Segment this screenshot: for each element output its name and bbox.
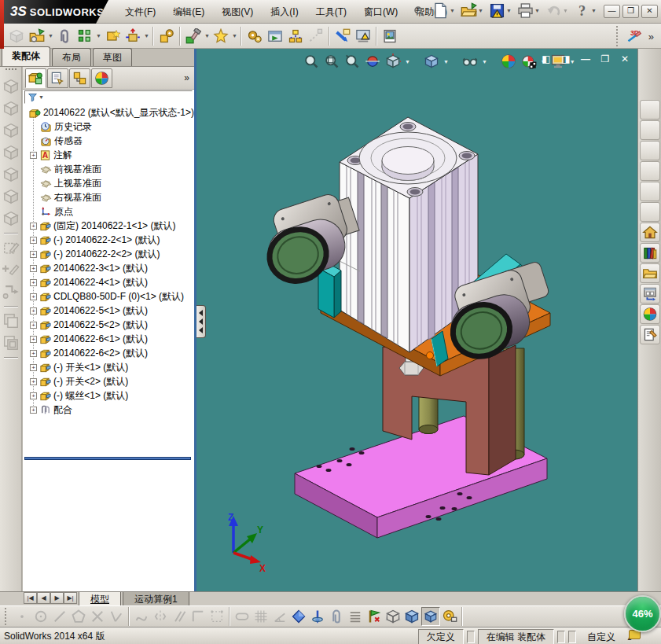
vertex-marker[interactable] [427,352,434,359]
print-icon[interactable] [517,2,534,19]
tree-item[interactable]: 传感器 [23,134,194,148]
dropdown-arrow-icon[interactable]: ▼ [590,2,597,19]
tree-item[interactable]: + (-) 螺丝<1> (默认) [23,388,194,403]
dropdown-arrow-icon[interactable]: ▼ [95,28,102,44]
expand-icon[interactable]: + [30,251,37,258]
tree-item[interactable]: 原点 [23,204,194,219]
dropdown-arrow-icon[interactable]: ▼ [404,59,411,64]
toolbar-drag-handle[interactable] [616,26,621,46]
win-close[interactable]: ✕ [641,5,658,18]
panel-tab[interactable]: 布局 [52,48,91,66]
tree-item[interactable]: + A 注解 [23,148,194,162]
tree-item[interactable]: + (-) 20140622-2<1> (默认) [23,233,194,247]
expand-icon[interactable]: + [30,364,37,371]
doc-window-button[interactable]: ◨ [560,53,572,66]
tree-item[interactable]: + (-) 开关<2> (默认) [23,374,194,388]
dropdown-arrow-icon[interactable]: ▼ [481,59,488,64]
menu-item[interactable]: 工具(T) [307,2,355,22]
home-button[interactable] [640,223,660,242]
expand-icon[interactable]: + [30,279,37,286]
progress-badge[interactable]: 46% [624,595,661,632]
tree-item[interactable]: + 20140622-4<1> (默认) [23,275,194,289]
tree-item[interactable]: + 20140622-3<1> (默认) [23,261,194,275]
doc-window-button[interactable]: ❐ [599,53,611,66]
tree-filter[interactable]: ▼ [24,90,193,104]
toolbar-drag-handle[interactable] [5,608,9,625]
undo-icon[interactable] [545,2,562,19]
tree-item[interactable]: + (-) 20140622-2<2> (默认) [23,247,194,261]
dropdown-arrow-icon[interactable]: ▼ [231,28,238,44]
appearances-button[interactable] [640,304,660,324]
viewport-3d-model[interactable]: Z Y X [196,49,637,591]
menu-item[interactable]: 视图(V) [213,2,262,22]
tree-item[interactable]: 历史记录 [23,120,194,134]
expand-icon[interactable]: + [30,407,37,414]
dropdown-arrow-icon[interactable]: ▼ [477,2,484,19]
menu-item[interactable]: 插入(I) [262,2,307,22]
fm-tree-tab[interactable] [25,68,46,88]
win-min[interactable]: — [604,5,620,18]
expand-icon[interactable]: + [30,293,37,300]
dropdown-arrow-icon[interactable]: ▼ [143,28,150,44]
expand-icon[interactable]: + [30,350,37,357]
tab-scroll-button[interactable]: ▶ [50,592,64,604]
rollback-bar[interactable] [24,457,191,460]
fm-config-tab[interactable] [69,68,90,88]
strip-drag-handle[interactable] [6,68,17,72]
toolbar-expand-chevron[interactable]: » [644,31,658,42]
panel-tab[interactable]: 草图 [93,48,132,66]
view-palette-button[interactable] [640,284,660,304]
dropdown-arrow-icon[interactable]: ▼ [47,28,54,44]
tree-item[interactable]: + 20140622-6<2> (默认) [23,346,194,360]
design-library-button[interactable] [640,243,660,263]
expand-icon[interactable]: + [30,378,37,385]
filter-dropdown-icon[interactable]: ▼ [38,89,45,105]
dropdown-arrow-icon[interactable]: ▼ [534,2,541,19]
tree-item[interactable]: + (-) 开关<1> (默认) [23,360,194,374]
doc-window-button[interactable]: ◧ [540,53,553,66]
menu-item[interactable]: 编辑(E) [164,2,213,22]
expand-icon[interactable]: + [30,265,37,272]
tree-item[interactable]: + 配合 [23,403,194,417]
expand-icon[interactable]: + [30,237,37,244]
manager-overflow-chevron[interactable]: » [184,72,189,83]
help-icon[interactable]: ? [574,2,590,19]
expand-icon[interactable]: + [30,223,37,230]
expand-icon[interactable]: + [30,392,37,399]
tree-item[interactable]: + 20140622-5<2> (默认) [23,318,194,332]
open-folder-icon[interactable] [461,2,477,19]
dropdown-arrow-icon[interactable]: ▼ [204,28,211,44]
menu-item[interactable]: 文件(F) [116,2,164,22]
tab-scroll-button[interactable]: |◀ [24,592,37,604]
custom-properties-button[interactable] [640,325,660,344]
tree-item[interactable]: 右视基准面 [23,190,194,204]
file-explorer-button[interactable] [640,263,660,283]
dropdown-arrow-icon[interactable]: ▼ [505,2,512,19]
expand-icon[interactable]: + [30,322,37,329]
dropdown-arrow-icon[interactable]: ▼ [443,59,450,64]
doc-window-button[interactable]: — [579,53,592,66]
new-doc-icon[interactable] [432,2,449,19]
menu-item[interactable]: 窗口(W) [355,2,406,22]
fm-display-tab[interactable] [91,68,112,88]
save-icon[interactable] [489,2,505,19]
panel-tab[interactable]: 装配体 [2,46,50,66]
tree-item[interactable]: 20140622 (默认<默认_显示状态-1>) [23,105,194,120]
tree-item[interactable]: 上视基准面 [23,176,194,190]
tree-item[interactable]: + (固定) 20140622-1<1> (默认) [23,219,194,233]
expand-icon[interactable]: + [30,152,37,159]
fm-properties-tab[interactable] [47,68,68,88]
tab-scroll-button[interactable]: ◀ [37,592,50,604]
tree-item[interactable]: + 20140622-6<1> (默认) [23,332,194,346]
doc-window-button[interactable]: ✕ [619,53,631,66]
tab-scroll-button[interactable]: ▶| [64,592,77,604]
expand-icon[interactable]: + [30,307,37,315]
graphics-viewport[interactable]: Z Y X ▼▼▼▼▼ ◧◨—❐✕ [196,49,637,591]
dropdown-arrow-icon[interactable]: ▼ [562,2,569,19]
tree-item[interactable]: + CDLQB80-50D-F (0)<1> (默认) [23,289,194,304]
search-icon[interactable] [413,5,425,17]
tree-item[interactable]: 前视基准面 [23,162,194,176]
tree-item[interactable]: + 20140622-5<1> (默认) [23,304,194,318]
panel-collapse-tab[interactable] [196,305,206,338]
dropdown-arrow-icon[interactable]: ▼ [449,2,456,19]
